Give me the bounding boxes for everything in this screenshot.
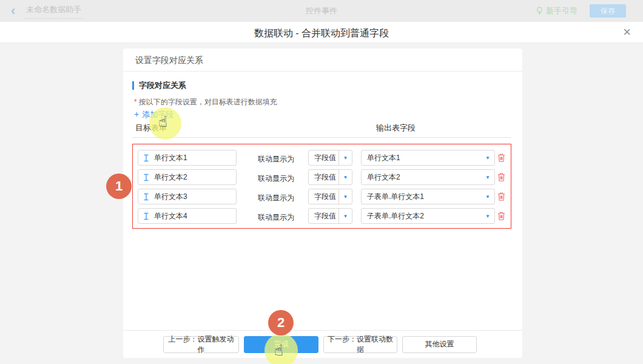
hand-cursor-icon: ☝ bbox=[158, 113, 167, 130]
step-badge-1: 1 bbox=[106, 174, 132, 199]
delete-row-button[interactable] bbox=[497, 192, 507, 201]
section-title: 字段对应关系 bbox=[132, 81, 186, 90]
lightbulb-icon bbox=[536, 7, 543, 15]
text-field-icon bbox=[143, 212, 149, 220]
chevron-down-icon: ▼ bbox=[338, 209, 352, 223]
field-description: *按以下的字段设置，对目标表进行数据填充 bbox=[134, 97, 277, 107]
description-text: 按以下的字段设置，对目标表进行数据填充 bbox=[139, 98, 277, 106]
chevron-down-icon: ▼ bbox=[481, 189, 494, 204]
output-field-value: 单行文本1 bbox=[362, 150, 481, 165]
link-label: 联动显示为 bbox=[258, 154, 294, 164]
next-step-button[interactable]: 下一步：设置联动数据 bbox=[323, 336, 397, 353]
trash-icon bbox=[497, 211, 506, 221]
output-field-select[interactable]: 单行文本1 ▼ bbox=[361, 150, 495, 166]
plus-icon: + bbox=[134, 109, 139, 119]
mode-select[interactable]: 字段值 ▼ bbox=[308, 208, 352, 224]
mode-select[interactable]: 字段值 ▼ bbox=[308, 169, 352, 185]
column-header-output: 输出表字段 bbox=[376, 123, 416, 133]
chevron-down-icon: ▼ bbox=[481, 170, 494, 184]
chevron-down-icon: ▼ bbox=[338, 170, 352, 184]
highlighted-rows-box: 联动显示为 字段值 ▼ 单行文本1 ▼ 联动显示为 bbox=[132, 144, 511, 229]
modal-content: 设置字段对应关系 字段对应关系 *按以下的字段设置，对目标表进行数据填充 +添加… bbox=[0, 43, 643, 364]
modal-title: 数据联动 - 合并联动到普通字段 bbox=[0, 27, 643, 40]
link-label: 联动显示为 bbox=[258, 212, 294, 223]
guide-label: 新手引导 bbox=[546, 5, 577, 16]
output-field-select[interactable]: 子表单.单行文本1 ▼ bbox=[361, 189, 495, 204]
chevron-down-icon: ▼ bbox=[481, 150, 494, 165]
target-field-input[interactable] bbox=[138, 208, 237, 224]
prev-step-button[interactable]: 上一步：设置触发动作 bbox=[163, 336, 239, 353]
target-field-value[interactable] bbox=[154, 212, 227, 220]
modal-titlebar: 数据联动 - 合并联动到普通字段 × bbox=[0, 22, 643, 43]
chevron-down-icon: ▼ bbox=[481, 209, 494, 223]
text-field-icon bbox=[143, 193, 149, 201]
target-field-value[interactable] bbox=[154, 173, 227, 181]
field-mapping-row: 联动显示为 字段值 ▼ 子表单.单行文本1 ▼ bbox=[133, 189, 511, 204]
field-mapping-row: 联动显示为 字段值 ▼ 子表单.单行文本2 ▼ bbox=[133, 208, 511, 224]
target-field-value[interactable] bbox=[154, 192, 227, 201]
output-field-select[interactable]: 单行文本2 ▼ bbox=[361, 169, 495, 185]
text-field-icon bbox=[143, 154, 149, 162]
output-field-value: 单行文本2 bbox=[362, 170, 481, 184]
close-icon[interactable]: × bbox=[623, 25, 631, 39]
target-field-input[interactable] bbox=[138, 150, 237, 166]
link-label: 联动显示为 bbox=[258, 193, 294, 203]
mode-select[interactable]: 字段值 ▼ bbox=[308, 150, 352, 166]
delete-row-button[interactable] bbox=[497, 172, 507, 182]
chevron-down-icon: ▼ bbox=[338, 150, 352, 165]
field-mapping-row: 联动显示为 字段值 ▼ 单行文本2 ▼ bbox=[133, 169, 511, 185]
link-label: 联动显示为 bbox=[258, 174, 294, 184]
target-field-value[interactable] bbox=[154, 153, 227, 162]
trash-icon bbox=[497, 153, 506, 163]
field-mapping-row: 联动显示为 字段值 ▼ 单行文本1 ▼ bbox=[133, 150, 511, 166]
topbar: ‹ 未命名数据助手 控件事件 新手引导 保存 bbox=[0, 0, 643, 22]
back-icon[interactable]: ‹ bbox=[11, 5, 15, 17]
required-asterisk: * bbox=[134, 98, 137, 106]
column-divider bbox=[132, 137, 511, 138]
output-field-value: 子表单.单行文本2 bbox=[362, 209, 481, 223]
other-settings-button[interactable]: 其他设置 bbox=[402, 336, 477, 353]
hand-cursor-icon: ☝ bbox=[274, 342, 283, 359]
mode-select-value: 字段值 bbox=[309, 209, 338, 223]
guide-link[interactable]: 新手引导 bbox=[536, 5, 577, 16]
text-field-icon bbox=[143, 174, 149, 181]
panel-footer: 上一步：设置触发动作 完成 下一步：设置联动数据 其他设置 bbox=[123, 330, 522, 358]
target-field-input[interactable] bbox=[138, 169, 237, 185]
mode-select-value: 字段值 bbox=[309, 189, 338, 204]
save-button[interactable]: 保存 bbox=[590, 4, 626, 18]
field-mapping-panel: 设置字段对应关系 字段对应关系 *按以下的字段设置，对目标表进行数据填充 +添加… bbox=[123, 49, 522, 358]
output-field-value: 子表单.单行文本1 bbox=[362, 189, 481, 204]
delete-row-button[interactable] bbox=[497, 211, 507, 221]
assistant-name[interactable]: 未命名数据助手 bbox=[24, 3, 84, 19]
target-field-input[interactable] bbox=[138, 189, 237, 204]
mode-select-value: 字段值 bbox=[309, 170, 338, 184]
mode-select-value: 字段值 bbox=[309, 150, 338, 165]
trash-icon bbox=[497, 192, 506, 201]
panel-header: 设置字段对应关系 bbox=[123, 49, 522, 72]
trash-icon bbox=[497, 172, 506, 182]
chevron-down-icon: ▼ bbox=[338, 189, 352, 204]
output-field-select[interactable]: 子表单.单行文本2 ▼ bbox=[361, 208, 495, 224]
step-badge-2: 2 bbox=[268, 310, 294, 335]
topbar-right: 新手引导 保存 bbox=[536, 4, 626, 18]
delete-row-button[interactable] bbox=[497, 153, 507, 163]
mode-select[interactable]: 字段值 ▼ bbox=[308, 189, 352, 204]
